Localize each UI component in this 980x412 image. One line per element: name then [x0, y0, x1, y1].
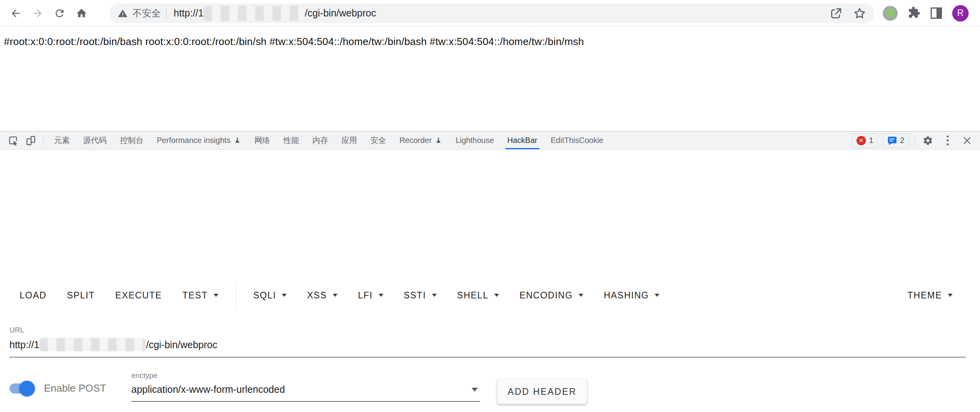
- enable-post-toggle[interactable]: [9, 383, 34, 394]
- lfi-menu-button[interactable]: LFI: [348, 283, 394, 308]
- omnibox-divider: [166, 8, 167, 18]
- not-secure-warning-icon: [118, 8, 128, 18]
- reload-button[interactable]: [52, 5, 67, 21]
- profile-avatar[interactable]: R: [952, 5, 969, 22]
- url-text[interactable]: http://1/cgi-bin/webproc: [174, 6, 376, 21]
- device-toolbar-button[interactable]: [22, 132, 39, 149]
- shell-menu-button[interactable]: SHELL: [447, 283, 509, 308]
- tab-application[interactable]: 应用: [335, 132, 364, 149]
- enable-post-label: Enable POST: [44, 382, 106, 394]
- message-count: 2: [900, 136, 904, 145]
- url-field-label: URL: [9, 326, 966, 334]
- error-count: 1: [869, 136, 873, 145]
- split-button[interactable]: SPLIT: [57, 283, 105, 308]
- hashing-menu-button[interactable]: HASHING: [593, 283, 670, 308]
- redacted-host: [203, 6, 305, 21]
- extension-status-icon[interactable]: [883, 6, 898, 21]
- tab-performance[interactable]: 性能: [277, 132, 306, 149]
- error-icon: ✕: [857, 136, 866, 145]
- bookmark-star-icon[interactable]: [853, 7, 866, 20]
- tab-console[interactable]: 控制台: [113, 132, 150, 149]
- extensions-puzzle-icon[interactable]: [908, 6, 920, 20]
- devtools-panel: 元素 源代码 控制台 Performance insights 网络 性能 内存…: [0, 131, 980, 412]
- chevron-down-icon: [333, 294, 338, 297]
- forward-icon: [32, 7, 44, 19]
- enctype-field-label: enctype: [131, 371, 480, 380]
- kebab-menu-icon: [944, 134, 951, 147]
- tab-network[interactable]: 网络: [248, 132, 277, 149]
- side-panel-icon[interactable]: [931, 7, 942, 19]
- devtools-menu-button[interactable]: [940, 133, 955, 148]
- chevron-down-icon: [432, 294, 437, 297]
- close-icon: [962, 136, 972, 146]
- hackbar-panel: LOAD SPLIT EXECUTE TEST SQLI XSS LFI SST…: [0, 281, 980, 412]
- sqli-menu-button[interactable]: SQLI: [243, 283, 297, 308]
- xss-menu-button[interactable]: XSS: [297, 283, 348, 308]
- toolbar-divider: [236, 281, 236, 309]
- security-label[interactable]: 不安全: [132, 7, 161, 20]
- forward-button[interactable]: [30, 5, 45, 21]
- enctype-value: application/x-www-form-urlencoded: [131, 384, 285, 395]
- page-viewport: #root:x:0:0:root:/root:/bin/bash root:x:…: [0, 27, 980, 131]
- theme-menu-button[interactable]: THEME: [897, 283, 963, 308]
- tab-hackbar[interactable]: HackBar: [501, 132, 544, 149]
- chevron-down-icon: [282, 294, 287, 297]
- add-header-button[interactable]: ADD HEADER: [497, 379, 587, 404]
- tab-security[interactable]: 安全: [364, 132, 393, 149]
- chevron-down-icon: [948, 294, 953, 297]
- gear-icon: [923, 136, 933, 146]
- devtools-tabbar: 元素 源代码 控制台 Performance insights 网络 性能 内存…: [0, 132, 980, 150]
- url-input[interactable]: http://1/cgi-bin/webproc: [9, 338, 966, 358]
- tab-sources[interactable]: 源代码: [76, 132, 113, 149]
- ssti-menu-button[interactable]: SSTI: [394, 283, 447, 308]
- browser-window: 不安全 http://1/cgi-bin/webproc R: [0, 0, 980, 412]
- execute-button[interactable]: EXECUTE: [105, 283, 172, 308]
- reload-icon: [54, 7, 65, 19]
- share-icon[interactable]: [829, 7, 843, 20]
- browser-toolbar: 不安全 http://1/cgi-bin/webproc R: [0, 0, 980, 27]
- chevron-down-icon: [579, 294, 583, 297]
- tab-editthiscookie[interactable]: EditThisCookie: [544, 132, 610, 149]
- hackbar-toolbar: LOAD SPLIT EXECUTE TEST SQLI XSS LFI SST…: [0, 281, 980, 309]
- home-button[interactable]: [74, 5, 89, 21]
- inspect-cursor-icon: [8, 135, 19, 146]
- passwd-output-text: #root:x:0:0:root:/root:/bin/bash root:x:…: [4, 36, 976, 48]
- select-arrow-icon: [472, 388, 478, 392]
- back-button[interactable]: [8, 5, 24, 21]
- extensions-area: R: [883, 5, 980, 22]
- experiment-flask-icon: [234, 137, 241, 144]
- back-icon: [10, 7, 22, 19]
- load-button[interactable]: LOAD: [9, 283, 57, 308]
- message-bubble-icon: [887, 136, 897, 145]
- tab-lighthouse[interactable]: Lighthouse: [449, 132, 501, 149]
- chevron-down-icon: [379, 294, 383, 297]
- test-menu-button[interactable]: TEST: [172, 283, 229, 308]
- console-errors-badge[interactable]: ✕ 1: [852, 134, 878, 148]
- enctype-field-group: enctype application/x-www-form-urlencode…: [131, 371, 480, 402]
- devtools-controls: ✕ 1 2: [852, 132, 980, 149]
- chevron-down-icon: [494, 294, 499, 297]
- enable-post-toggle-group: Enable POST: [9, 382, 106, 394]
- redacted-host: [39, 338, 146, 351]
- address-bar[interactable]: 不安全 http://1/cgi-bin/webproc: [110, 4, 874, 23]
- console-messages-badge[interactable]: 2: [883, 134, 909, 148]
- encoding-menu-button[interactable]: ENCODING: [509, 283, 593, 308]
- devtools-close-button[interactable]: [960, 133, 975, 148]
- experiment-flask-icon: [435, 137, 442, 144]
- inspect-element-button[interactable]: [5, 132, 22, 149]
- tab-performance-insights[interactable]: Performance insights: [150, 132, 248, 149]
- chevron-down-icon: [214, 294, 218, 297]
- avatar-letter: R: [957, 8, 964, 18]
- enctype-select[interactable]: application/x-www-form-urlencoded: [131, 384, 480, 402]
- device-toolbar-icon: [25, 135, 36, 146]
- tab-elements[interactable]: 元素: [47, 132, 76, 149]
- url-field-group: URL http://1/cgi-bin/webproc: [9, 326, 966, 358]
- tab-recorder[interactable]: Recorder: [393, 132, 449, 149]
- controls-divider: [915, 136, 915, 146]
- home-icon: [76, 7, 87, 19]
- devtools-settings-button[interactable]: [920, 133, 935, 148]
- tabbar-divider: [43, 136, 44, 145]
- chevron-down-icon: [655, 294, 659, 297]
- tab-memory[interactable]: 内存: [306, 132, 335, 149]
